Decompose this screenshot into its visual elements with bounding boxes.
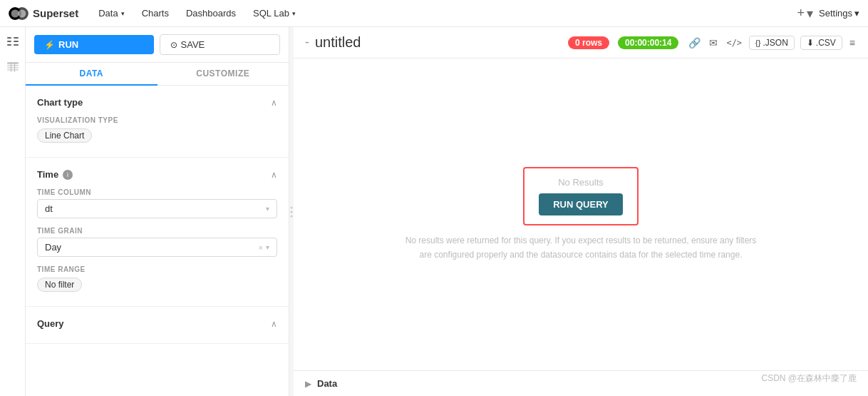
svg-rect-13: [7, 69, 19, 71]
resize-dot-3: [291, 215, 293, 217]
logo-text: Superset: [33, 7, 78, 19]
query-section-title: Query: [37, 318, 64, 329]
resize-dot-2: [291, 210, 293, 213]
top-nav: Superset Data ▾ Charts Dashboards SQL La…: [0, 0, 868, 27]
viz-type-value[interactable]: Line Chart: [37, 128, 92, 143]
tab-data[interactable]: DATA: [26, 63, 157, 86]
query-section: Query ∧: [26, 307, 289, 344]
chart-type-header: Chart type ∧: [37, 97, 277, 108]
svg-rect-7: [14, 37, 19, 39]
time-section-header: Time i ∧: [37, 169, 277, 180]
time-section-collapse[interactable]: ∧: [271, 170, 277, 180]
badge-rows: 0 rows: [568, 36, 609, 49]
time-info-icon: i: [63, 170, 73, 180]
left-panel: ⚡ RUN ⊙ SAVE DATA CUSTOMIZE Chart type ∧: [26, 27, 289, 396]
svg-rect-4: [7, 37, 11, 39]
svg-rect-11: [7, 65, 19, 66]
resize-dots: [291, 206, 293, 217]
nav-settings-button[interactable]: Settings ▾: [819, 8, 859, 19]
left-icons-panel: [0, 27, 26, 396]
time-column-select[interactable]: dt ▾: [37, 199, 277, 218]
time-column-arrow: ▾: [266, 205, 269, 213]
panel-collapse-svg: [7, 36, 19, 46]
time-section-title: Time: [37, 169, 58, 180]
query-section-collapse[interactable]: ∧: [271, 319, 277, 329]
chart-type-title: Chart type: [37, 97, 83, 108]
json-icon: {}: [755, 39, 760, 47]
svg-rect-5: [7, 41, 11, 42]
run-button[interactable]: ⚡ RUN: [34, 35, 154, 54]
menu-icon[interactable]: ≡: [848, 36, 857, 50]
time-grain-clear[interactable]: ×: [259, 243, 263, 252]
table-svg: [7, 62, 19, 72]
nav-sqllab-arrow: ▾: [292, 10, 296, 17]
resize-dot-1: [291, 206, 293, 208]
json-button[interactable]: {} .JSON: [749, 36, 795, 50]
link-icon[interactable]: 🔗: [687, 36, 702, 50]
nav-data[interactable]: Data ▾: [90, 0, 133, 27]
csv-button[interactable]: ⬇ .CSV: [800, 36, 842, 50]
code-icon[interactable]: </>: [725, 36, 743, 49]
svg-rect-6: [7, 44, 11, 46]
nav-plus-arrow: ▾: [807, 6, 813, 21]
logo[interactable]: Superset: [9, 7, 78, 20]
svg-rect-12: [7, 67, 19, 68]
chart-title-area: - untitled: [305, 34, 559, 51]
time-range-value[interactable]: No filter: [37, 278, 82, 292]
chart-dash: -: [305, 35, 309, 50]
table-icon[interactable]: [4, 59, 21, 76]
nav-dashboards[interactable]: Dashboards: [177, 0, 244, 27]
collapse-icon[interactable]: [4, 33, 21, 50]
bottom-title: Data: [317, 378, 337, 389]
run-query-button[interactable]: RUN QUERY: [539, 193, 623, 215]
time-grain-select[interactable]: Day × ▾: [37, 238, 277, 257]
time-range-field: TIME RANGE No filter: [37, 265, 277, 292]
svg-rect-14: [11, 62, 11, 72]
time-section: Time i ∧ TIME COLUMN dt ▾ TIME GRAIN Day: [26, 158, 289, 307]
run-icon: ⚡: [44, 40, 55, 50]
time-grain-controls: × ▾: [259, 243, 269, 252]
query-section-header: Query ∧: [37, 318, 277, 329]
main-layout: ⚡ RUN ⊙ SAVE DATA CUSTOMIZE Chart type ∧: [0, 27, 868, 396]
time-grain-label: TIME GRAIN: [37, 227, 277, 235]
tab-customize[interactable]: CUSTOMIZE: [157, 63, 289, 85]
superset-logo-icon: [9, 7, 29, 20]
time-grain-arrow: ▾: [266, 243, 269, 251]
email-icon[interactable]: ✉: [708, 36, 719, 50]
panel-toolbar: ⚡ RUN ⊙ SAVE: [26, 27, 289, 63]
viz-type-label: VISUALIZATION TYPE: [37, 116, 277, 124]
svg-rect-10: [7, 62, 19, 64]
nav-sqllab[interactable]: SQL Lab ▾: [244, 0, 304, 27]
chart-type-section: Chart type ∧ VISUALIZATION TYPE Line Cha…: [26, 86, 289, 158]
right-panel: - untitled 0 rows 00:00:00:14 🔗 ✉ </> {}…: [294, 27, 868, 396]
panel-content: Chart type ∧ VISUALIZATION TYPE Line Cha…: [26, 86, 289, 396]
nav-charts[interactable]: Charts: [133, 0, 177, 27]
time-column-label: TIME COLUMN: [37, 188, 277, 196]
no-results-box: No Results RUN QUERY: [523, 167, 639, 225]
nav-plus-button[interactable]: + ▾: [797, 6, 814, 21]
svg-point-3: [18, 9, 26, 17]
chart-type-collapse[interactable]: ∧: [271, 98, 277, 108]
chart-area: No Results RUN QUERY No results were ret…: [294, 59, 868, 370]
badge-time: 00:00:00:14: [618, 36, 678, 49]
time-range-label: TIME RANGE: [37, 265, 277, 273]
panel-tabs: DATA CUSTOMIZE: [26, 63, 289, 86]
nav-settings-arrow: ▾: [854, 8, 859, 19]
header-icons: 🔗 ✉ </> {} .JSON ⬇ .CSV ≡: [687, 36, 857, 50]
viz-type-field: VISUALIZATION TYPE Line Chart: [37, 116, 277, 143]
time-grain-field: TIME GRAIN Day × ▾: [37, 227, 277, 257]
time-column-field: TIME COLUMN dt ▾: [37, 188, 277, 218]
bottom-collapse-icon[interactable]: ▶: [305, 379, 311, 389]
no-results-message: No results were returned for this query.…: [403, 234, 759, 261]
nav-right: + ▾ Settings ▾: [797, 6, 860, 21]
svg-rect-9: [14, 44, 19, 46]
chart-title: untitled: [315, 34, 361, 51]
chart-header: - untitled 0 rows 00:00:00:14 🔗 ✉ </> {}…: [294, 27, 868, 59]
csv-icon: ⬇: [807, 38, 814, 48]
svg-rect-15: [14, 62, 15, 72]
no-results-container: No Results RUN QUERY No results were ret…: [403, 167, 759, 261]
svg-point-2: [11, 9, 19, 17]
watermark: CSDN @在森林中麋了鹿: [761, 372, 857, 385]
svg-rect-8: [14, 41, 19, 42]
save-button[interactable]: ⊙ SAVE: [160, 34, 281, 55]
